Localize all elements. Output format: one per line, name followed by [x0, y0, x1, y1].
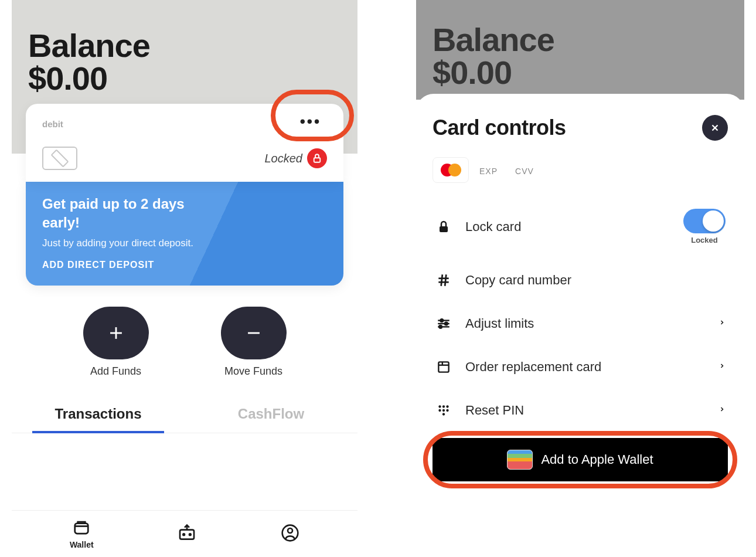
wallet-icon: [71, 519, 91, 539]
tab-transactions[interactable]: Transactions: [12, 398, 185, 433]
order-replacement-label: Order replacement card: [465, 359, 706, 375]
lock-toggle[interactable]: [683, 209, 726, 233]
card-controls-screen: Balance $0.00 Card controls EXP CVV: [416, 0, 744, 557]
lock-toggle-wrap: Locked: [683, 209, 726, 244]
chevron-right-icon: [718, 404, 726, 417]
balance-amount: $0.00: [28, 62, 341, 95]
bottom-nav: Wallet: [12, 510, 357, 557]
apple-wallet-wrap: Add to Apple Wallet: [433, 438, 728, 481]
chevron-right-icon: [718, 361, 726, 373]
svg-point-18: [440, 319, 443, 322]
svg-rect-0: [314, 158, 321, 162]
balance-amount-bg: $0.00: [433, 56, 728, 89]
card-chip-row: Locked: [42, 147, 327, 170]
wallet-screen: Balance $0.00 debit ••• Locked Get paid …: [12, 0, 357, 557]
nav-profile[interactable]: [281, 524, 299, 545]
copy-number-label: Copy card number: [465, 273, 726, 288]
sheet-header: Card controls: [433, 115, 728, 141]
card-controls-sheet: Card controls EXP CVV Lock card: [416, 94, 744, 557]
svg-point-22: [439, 325, 442, 328]
add-to-apple-wallet-button[interactable]: Add to Apple Wallet: [433, 438, 728, 481]
nav-transfer[interactable]: [176, 524, 197, 545]
svg-point-25: [442, 405, 445, 407]
card-number-meta: EXP CVV: [479, 164, 534, 176]
apple-wallet-label: Add to Apple Wallet: [541, 452, 653, 467]
close-button[interactable]: [702, 115, 728, 141]
svg-point-20: [445, 322, 448, 325]
box-icon: [435, 359, 452, 375]
svg-point-28: [442, 409, 445, 412]
promo-title: Get paid up to 2 days early!: [42, 195, 189, 233]
lock-toggle-status: Locked: [691, 236, 718, 244]
svg-rect-4: [75, 523, 88, 534]
svg-point-26: [446, 405, 448, 407]
action-row: Add Funds Move Funds: [47, 307, 322, 378]
svg-rect-5: [180, 529, 194, 539]
mastercard-icon: [433, 157, 469, 183]
keypad-icon: [435, 403, 452, 418]
svg-point-30: [442, 413, 445, 415]
control-copy-number[interactable]: Copy card number: [433, 259, 728, 302]
svg-point-7: [189, 534, 191, 535]
control-lock-card[interactable]: Lock card Locked: [433, 195, 728, 259]
control-order-replacement[interactable]: Order replacement card: [433, 345, 728, 389]
promo-cta[interactable]: ADD DIRECT DEPOSIT: [42, 260, 327, 270]
sheet-title: Card controls: [433, 116, 566, 140]
svg-point-9: [288, 528, 292, 533]
reset-pin-label: Reset PIN: [465, 403, 706, 418]
tab-cashflow[interactable]: CashFlow: [185, 398, 357, 433]
minus-icon: [221, 307, 287, 359]
control-reset-pin[interactable]: Reset PIN: [433, 389, 728, 432]
exp-label: EXP: [479, 167, 498, 176]
card-more-button[interactable]: •••: [294, 116, 327, 127]
balance-label-bg: Balance: [433, 23, 728, 56]
sliders-icon: [435, 316, 452, 331]
plus-icon: [83, 307, 149, 359]
nav-wallet-label: Wallet: [70, 540, 94, 549]
lock-icon: [307, 148, 327, 168]
cvv-label: CVV: [515, 167, 534, 176]
promo-subtitle: Just by adding your direct deposit.: [42, 237, 327, 249]
svg-point-27: [438, 409, 441, 412]
svg-rect-23: [438, 362, 448, 372]
locked-text: Locked: [265, 152, 303, 165]
move-funds-label: Move Funds: [224, 365, 282, 378]
svg-line-16: [445, 274, 446, 286]
profile-icon: [281, 524, 299, 545]
svg-point-24: [438, 405, 441, 407]
promo-banner[interactable]: Get paid up to 2 days early! Just by add…: [26, 182, 343, 286]
add-funds-button[interactable]: Add Funds: [83, 307, 149, 378]
move-funds-button[interactable]: Move Funds: [221, 307, 287, 378]
control-list: Lock card Locked Copy card number Adjust…: [433, 195, 728, 481]
control-adjust-limits[interactable]: Adjust limits: [433, 302, 728, 345]
svg-point-29: [446, 409, 448, 412]
svg-point-6: [183, 534, 185, 535]
card-type-label: debit: [42, 119, 327, 129]
balance-label: Balance: [28, 29, 341, 62]
debit-card: debit ••• Locked Get paid up to 2 days e…: [26, 104, 343, 286]
hash-icon: [435, 273, 452, 288]
tab-row: Transactions CashFlow: [12, 398, 357, 433]
adjust-limits-label: Adjust limits: [465, 316, 706, 331]
card-locked-indicator: Locked: [265, 148, 328, 168]
chevron-right-icon: [718, 317, 726, 330]
lock-icon: [435, 219, 452, 235]
svg-line-15: [441, 274, 442, 286]
card-top: debit ••• Locked: [26, 104, 343, 182]
apple-wallet-icon: [507, 450, 533, 470]
lock-card-label: Lock card: [465, 219, 670, 235]
balance-header-dimmed: Balance $0.00: [416, 0, 744, 100]
nav-wallet[interactable]: Wallet: [70, 519, 94, 549]
add-funds-label: Add Funds: [90, 365, 141, 378]
card-info-row: EXP CVV: [433, 157, 728, 183]
transfer-icon: [176, 524, 197, 545]
card-chip-icon: [42, 147, 77, 170]
svg-rect-12: [440, 226, 448, 232]
